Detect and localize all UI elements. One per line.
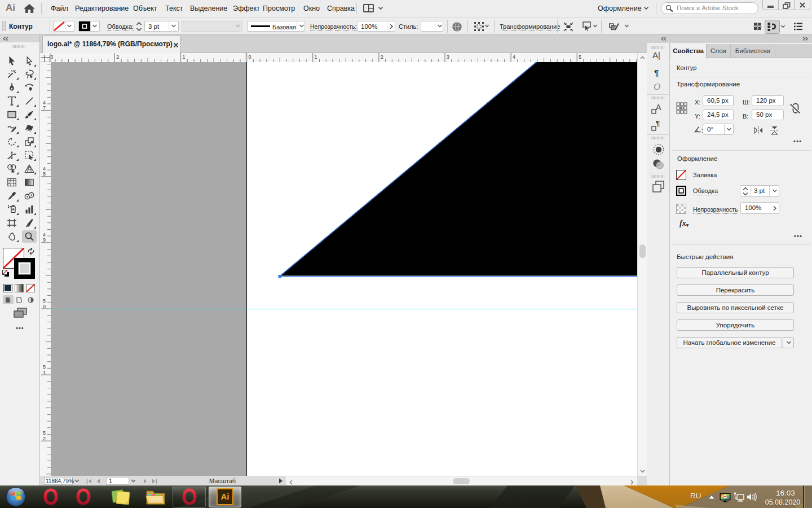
svg-text:5: 5	[43, 364, 46, 370]
svg-text:1: 1	[315, 54, 317, 60]
svg-text:4: 4	[513, 54, 515, 60]
svg-text:5: 5	[43, 298, 46, 304]
svg-text:5: 5	[579, 54, 581, 60]
svg-text:0: 0	[249, 54, 251, 60]
svg-text:7: 7	[43, 105, 46, 111]
svg-text:2: 2	[116, 54, 119, 60]
svg-text:4: 4	[43, 100, 46, 106]
svg-text:2: 2	[43, 436, 46, 441]
svg-text:4: 4	[43, 166, 46, 172]
svg-text:3: 3	[51, 54, 53, 60]
svg-text:2: 2	[381, 54, 383, 60]
svg-text:1: 1	[43, 370, 46, 375]
svg-text:0: 0	[43, 304, 46, 309]
svg-text:1: 1	[182, 54, 185, 60]
svg-text:9: 9	[43, 237, 46, 243]
svg-text:5: 5	[43, 430, 46, 436]
svg-text:3: 3	[447, 54, 449, 60]
svg-text:8: 8	[43, 171, 46, 177]
svg-text:4: 4	[43, 232, 46, 238]
